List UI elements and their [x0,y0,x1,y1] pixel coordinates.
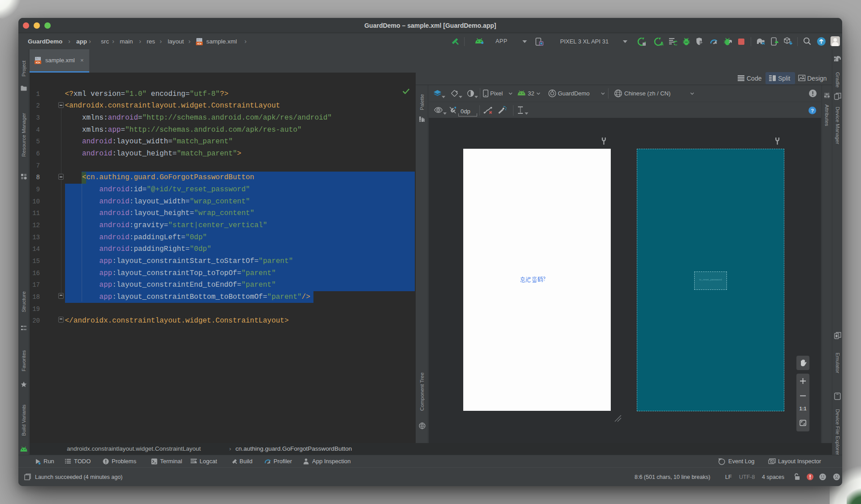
svg-text:<>: <> [36,60,40,65]
svg-text:?: ? [811,108,814,113]
svg-text:A: A [661,42,663,46]
svg-text:<>: <> [197,42,202,46]
